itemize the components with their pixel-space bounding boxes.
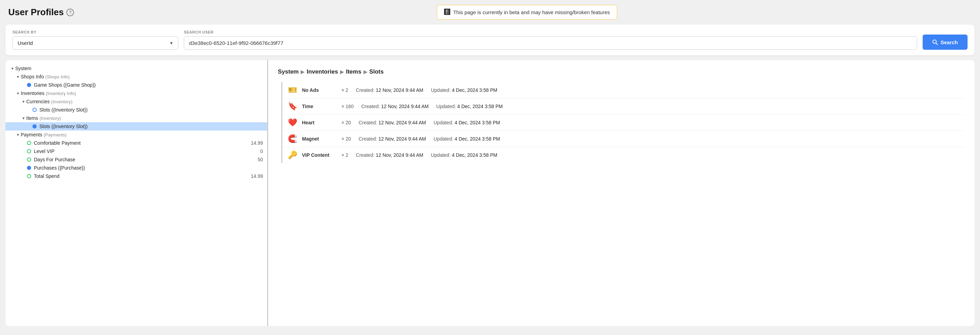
tree-item-inventories[interactable]: ▼ Inventories (Inventory Info) (6, 89, 267, 97)
search-user-input[interactable] (184, 36, 917, 50)
search-by-label: SEARCH BY (13, 30, 178, 34)
dot-icon (27, 149, 31, 153)
tree-item-days-for-purchase[interactable]: Days For Purchase 50 (6, 156, 267, 164)
svg-line-1 (936, 43, 937, 45)
detail-item-time: 🔖 Time × 160 Created: 12 Nov, 2024 9:44 … (282, 98, 965, 115)
no-ads-icon: 🎫 (288, 86, 297, 95)
chevron-down-icon: ▼ (21, 100, 26, 103)
dot-icon (27, 174, 31, 178)
spacer (26, 125, 32, 129)
chevron-down-icon: ▼ (10, 67, 15, 70)
dot-icon (27, 166, 31, 170)
chevron-down-icon: ▼ (15, 75, 21, 79)
chevron-down-icon: ▼ (21, 116, 26, 120)
right-panel: System ▶ Inventories ▶ Items ▶ Slots 🎫 N… (268, 60, 974, 326)
tree-item-currencies[interactable]: ▼ Currencies (Inventory) (6, 97, 267, 106)
detail-item-vip-content: 🔑 VIP Content × 2 Created: 12 Nov, 2024 … (282, 147, 965, 163)
page-title-group: User Profiles ? (8, 7, 74, 17)
dot-icon (27, 157, 31, 162)
dot-icon (27, 83, 31, 87)
tree-item-items[interactable]: ▼ Items (Inventory) (6, 114, 267, 122)
spacer (21, 149, 26, 153)
breadcrumb-sep-3: ▶ (364, 69, 368, 75)
spacer (21, 166, 26, 170)
breadcrumb-inventories: Inventories (307, 68, 338, 75)
heart-icon: ❤️ (288, 118, 297, 127)
breadcrumb-sep-1: ▶ (301, 69, 304, 75)
beta-banner: 🅱 This page is currently in beta and may… (437, 5, 617, 20)
spacer (21, 141, 26, 145)
tree-item-shops-info[interactable]: ▼ Shops Info (Shops Info) (6, 73, 267, 81)
dot-icon (32, 124, 37, 129)
breadcrumb-system: System (278, 68, 299, 75)
spacer (21, 175, 26, 178)
tree-item-purchases[interactable]: Purchases ({Purchase}) (6, 164, 267, 172)
page-header: User Profiles ? 🅱 This page is currently… (0, 0, 980, 24)
detail-item-no-ads: 🎫 No Ads × 2 Created: 12 Nov, 2024 9:44 … (282, 82, 965, 98)
tree-item-game-shops[interactable]: Game Shops ({Game Shop}) (6, 81, 267, 89)
tree-item-level-vip[interactable]: Level VIP 0 (6, 147, 267, 156)
tree-item-slots-items[interactable]: Slots ({Inventory Slot}) (6, 122, 267, 130)
search-by-select[interactable]: UserId Email Username (13, 36, 178, 50)
spacer (21, 158, 26, 162)
breadcrumb-items: Items (346, 68, 361, 75)
tree-item-comfortable-payment[interactable]: Comfortable Payment 14.99 (6, 139, 267, 147)
detail-item-heart: ❤️ Heart × 20 Created: 12 Nov, 2024 9:44… (282, 115, 965, 131)
search-button[interactable]: Search (923, 35, 967, 50)
chevron-down-icon: ▼ (15, 133, 21, 137)
detail-list: 🎫 No Ads × 2 Created: 12 Nov, 2024 9:44 … (281, 82, 965, 163)
detail-item-magnet: 🧲 Magnet × 20 Created: 12 Nov, 2024 9:44… (282, 131, 965, 147)
help-icon[interactable]: ? (66, 9, 74, 16)
beta-icon: 🅱 (444, 9, 450, 16)
spacer (26, 108, 32, 112)
breadcrumb-slots: Slots (369, 68, 384, 75)
search-area: SEARCH BY UserId Email Username ▼ SEARCH… (6, 24, 974, 55)
vip-content-icon: 🔑 (288, 151, 297, 160)
search-button-label: Search (940, 40, 958, 45)
search-by-field: SEARCH BY UserId Email Username ▼ (13, 30, 178, 50)
main-content: ▼ System ▼ Shops Info (Shops Info) Game … (6, 60, 974, 326)
beta-message: This page is currently in beta and may h… (453, 10, 610, 15)
dot-icon (27, 141, 31, 145)
chevron-down-icon: ▼ (15, 92, 21, 95)
tree-item-system[interactable]: ▼ System (6, 64, 267, 73)
tree-item-total-spend[interactable]: Total Spend 14.99 (6, 172, 267, 180)
dot-icon (32, 108, 37, 112)
left-panel: ▼ System ▼ Shops Info (Shops Info) Game … (6, 60, 268, 326)
time-icon: 🔖 (288, 102, 297, 111)
page-title: User Profiles (8, 7, 64, 17)
breadcrumb-sep-2: ▶ (340, 69, 344, 75)
breadcrumb: System ▶ Inventories ▶ Items ▶ Slots (278, 68, 965, 75)
tree-item-slots-currency[interactable]: Slots ({Inventory Slot}) (6, 106, 267, 114)
magnet-icon: 🧲 (288, 134, 297, 143)
search-user-label: SEARCH USER (184, 30, 917, 34)
tree-item-payments[interactable]: ▼ Payments (Payments) (6, 130, 267, 139)
search-icon (932, 40, 938, 45)
spacer (21, 83, 26, 87)
search-user-field: SEARCH USER (184, 30, 917, 50)
